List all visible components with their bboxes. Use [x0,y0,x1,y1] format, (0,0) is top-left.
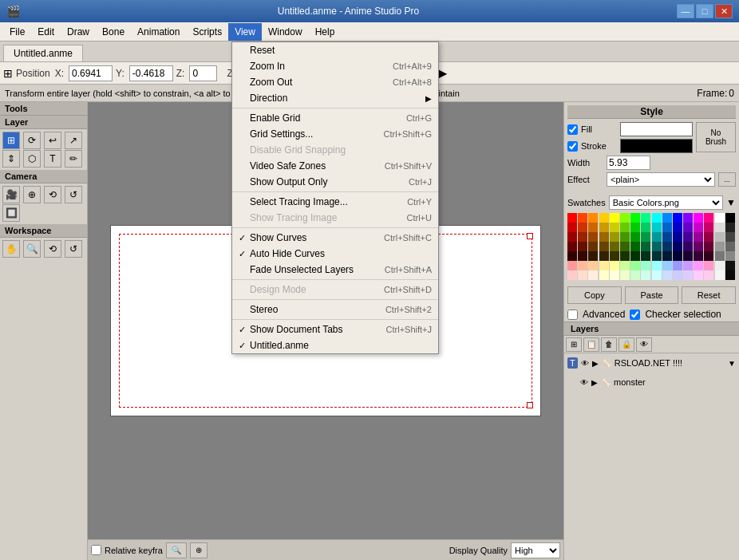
color-cell[interactable] [588,213,598,223]
relative-keyframe-check[interactable] [91,545,101,555]
swatches-preset-select[interactable]: Basic Colors.png [609,195,723,210]
color-cell[interactable] [599,251,609,261]
color-cell[interactable] [683,232,693,242]
color-cell[interactable] [578,261,587,270]
color-cell[interactable] [662,261,672,270]
color-cell[interactable] [588,232,598,242]
color-cell[interactable] [673,251,682,261]
color-cell[interactable] [641,261,650,270]
color-cell[interactable] [725,270,735,280]
color-cell[interactable] [683,261,693,270]
color-cell[interactable] [652,261,662,270]
fill-checkbox[interactable] [567,124,578,135]
layer-item-text[interactable]: T 👁 ▶ 🦴 RSLOAD.NET !!!! ▼ [564,353,739,373]
color-cell[interactable] [683,223,693,232]
fill-color-swatch[interactable] [620,122,693,136]
layer-item-monster[interactable]: 👁 ▶ 🦴 monster [564,373,739,392]
menu-bone[interactable]: Bone [96,23,131,41]
color-cell[interactable] [610,251,619,261]
color-cell[interactable] [599,232,609,242]
tool-undo[interactable]: ↩ [44,132,61,149]
color-cell[interactable] [610,270,619,280]
color-cell[interactable] [704,251,713,261]
color-cell[interactable] [694,261,703,270]
color-cell[interactable] [630,242,640,251]
color-cell[interactable] [652,223,662,232]
checker-checkbox[interactable] [630,310,640,320]
tool-magnify[interactable]: 🔍 [23,240,41,258]
effect-select[interactable]: <plain> [607,172,715,187]
color-cell[interactable] [620,251,630,261]
color-cell[interactable] [620,213,630,223]
menu-entry-stereo[interactable]: Stereo Ctrl+Shift+2 [232,302,438,317]
layer-lock-btn[interactable]: 🔒 [618,337,634,352]
advanced-checkbox[interactable] [567,310,578,320]
color-cell[interactable] [630,251,640,261]
selection-handle-tr[interactable] [527,233,533,239]
tool-cam-rotate[interactable]: ⟲ [44,186,61,203]
color-cell[interactable] [662,213,672,223]
color-cell[interactable] [588,270,598,280]
menu-entry-video-safe[interactable]: Video Safe Zones Ctrl+Shift+V [232,158,438,174]
color-cell[interactable] [673,213,682,223]
color-cell[interactable] [662,223,672,232]
layer-delete-btn[interactable]: 🗑 [601,337,617,352]
color-cell[interactable] [641,251,650,261]
menu-entry-zoom-out[interactable]: Zoom Out Ctrl+Alt+8 [232,74,438,90]
color-cell[interactable] [620,242,630,251]
color-cell[interactable] [567,261,577,270]
color-cell[interactable] [641,270,650,280]
copy-button[interactable]: Copy [567,286,622,304]
color-cell[interactable] [578,242,587,251]
color-cell[interactable] [704,270,713,280]
color-cell[interactable] [641,242,650,251]
color-cell[interactable] [610,232,619,242]
color-cell[interactable] [652,213,662,223]
close-button[interactable]: ✕ [715,4,733,18]
reset-color-button[interactable]: Reset [682,286,736,304]
color-cell[interactable] [578,232,587,242]
tool-cam-frame[interactable]: 🔲 [2,204,20,222]
y-input[interactable] [129,65,173,81]
tool-rotate[interactable]: ⟳ [23,132,41,149]
color-cell[interactable] [662,270,672,280]
menu-entry-show-curves[interactable]: ✓ Show Curves Ctrl+Shift+C [232,230,438,246]
color-cell[interactable] [588,242,598,251]
color-cell[interactable] [704,223,713,232]
menu-file[interactable]: File [3,23,31,41]
color-cell[interactable] [662,242,672,251]
effect-more-btn[interactable]: ... [718,172,736,187]
color-cell[interactable] [567,251,577,261]
tool-camera[interactable]: 🎥 [2,186,20,203]
color-cell[interactable] [715,242,725,251]
color-cell[interactable] [725,251,735,261]
color-cell[interactable] [694,251,703,261]
color-cell[interactable] [683,213,693,223]
zoom-fit-btn[interactable]: 🔍 [166,542,187,558]
color-cell[interactable] [599,213,609,223]
layer-menu-icon[interactable]: ▼ [728,359,736,368]
layers-tab[interactable]: Layers [564,322,605,335]
no-brush-button[interactable]: NoBrush [696,122,736,152]
color-cell[interactable] [641,213,650,223]
z-input[interactable] [189,65,217,81]
color-cell[interactable] [673,261,682,270]
color-cell[interactable] [588,251,598,261]
selection-handle-br[interactable] [527,402,533,408]
color-cell[interactable] [630,213,640,223]
menu-scripts[interactable]: Scripts [186,23,228,41]
color-cell[interactable] [652,270,662,280]
menu-entry-enable-grid[interactable]: Enable Grid Ctrl+G [232,110,438,126]
layer-vis-btn[interactable]: 👁 [636,337,652,352]
color-cell[interactable] [610,261,619,270]
color-cell[interactable] [662,232,672,242]
color-cell[interactable] [567,223,577,232]
color-cell[interactable] [620,223,630,232]
color-cell[interactable] [578,213,587,223]
tool-hand[interactable]: ✋ [2,240,20,258]
color-cell[interactable] [725,242,735,251]
maximize-button[interactable]: □ [696,4,713,18]
color-cell[interactable] [683,270,693,280]
color-cell[interactable] [704,242,713,251]
color-cell[interactable] [630,223,640,232]
